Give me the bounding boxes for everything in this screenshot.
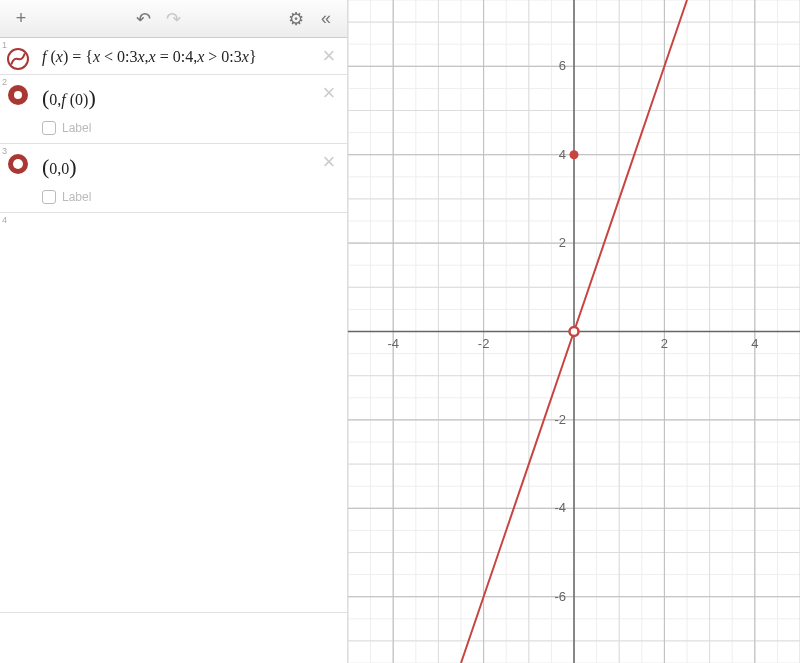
formula-text[interactable]: (0,0) bbox=[42, 154, 323, 180]
close-icon: × bbox=[323, 80, 336, 106]
label-option-text: Label bbox=[62, 121, 91, 135]
row-index: 2 bbox=[2, 77, 7, 87]
undo-button[interactable]: ↶ bbox=[129, 4, 159, 34]
plus-icon: + bbox=[16, 8, 27, 29]
label-checkbox[interactable] bbox=[42, 190, 56, 204]
expression-body: (0,0) Label bbox=[36, 144, 347, 212]
expression-list: 1 f (x) = {x < 0:3x,x = 0:4,x > 0:3x} × bbox=[0, 38, 347, 663]
collapse-panel-button[interactable]: « bbox=[311, 4, 341, 34]
expression-row[interactable]: 2 (0,f (0)) Label × bbox=[0, 75, 347, 144]
svg-text:2: 2 bbox=[661, 336, 668, 351]
svg-text:2: 2 bbox=[559, 235, 566, 250]
row-index: 3 bbox=[2, 146, 7, 156]
svg-text:-2: -2 bbox=[554, 412, 566, 427]
chevron-left-icon: « bbox=[321, 8, 331, 29]
inner-ring bbox=[13, 159, 23, 169]
point-filled-icon[interactable] bbox=[8, 85, 28, 105]
curve-glyph bbox=[9, 48, 27, 70]
graph-svg: -4-224-6-4-2246 bbox=[348, 0, 800, 663]
svg-text:-4: -4 bbox=[554, 500, 566, 515]
row-options: Label bbox=[42, 190, 323, 204]
label-option-text: Label bbox=[62, 190, 91, 204]
undo-icon: ↶ bbox=[136, 8, 151, 30]
redo-button[interactable]: ↷ bbox=[159, 4, 189, 34]
formula-text[interactable]: f (x) = {x < 0:3x,x = 0:4,x > 0:3x} bbox=[42, 48, 323, 66]
app-root: + ↶ ↷ ⚙ « 1 f ( bbox=[0, 0, 800, 663]
close-icon: × bbox=[323, 43, 336, 69]
expression-body: f (x) = {x < 0:3x,x = 0:4,x > 0:3x} bbox=[36, 38, 347, 74]
close-icon: × bbox=[323, 149, 336, 175]
graph-viewport[interactable]: -4-224-6-4-2246 bbox=[348, 0, 800, 663]
expression-row[interactable]: 3 (0,0) Label × bbox=[0, 144, 347, 213]
settings-button[interactable]: ⚙ bbox=[281, 4, 311, 34]
expression-row[interactable]: 1 f (x) = {x < 0:3x,x = 0:4,x > 0:3x} × bbox=[0, 38, 347, 75]
expression-body: (0,f (0)) Label bbox=[36, 75, 347, 143]
label-checkbox[interactable] bbox=[42, 121, 56, 135]
function-curve-icon[interactable] bbox=[7, 48, 29, 70]
row-index: 1 bbox=[2, 40, 7, 50]
expression-panel: + ↶ ↷ ⚙ « 1 f ( bbox=[0, 0, 348, 663]
toolbar: + ↶ ↷ ⚙ « bbox=[0, 0, 347, 38]
svg-point-100 bbox=[570, 150, 579, 159]
add-expression-button[interactable]: + bbox=[6, 4, 36, 34]
svg-text:-6: -6 bbox=[554, 589, 566, 604]
point-open-icon[interactable] bbox=[8, 154, 28, 174]
formula-text[interactable]: (0,f (0)) bbox=[42, 85, 323, 111]
svg-text:4: 4 bbox=[751, 336, 758, 351]
delete-row-button[interactable]: × bbox=[317, 44, 341, 68]
svg-point-101 bbox=[570, 327, 579, 336]
row-index: 4 bbox=[2, 215, 7, 225]
row-options: Label bbox=[42, 121, 323, 135]
svg-text:-4: -4 bbox=[387, 336, 399, 351]
expression-row-empty[interactable]: 4 bbox=[0, 213, 347, 613]
delete-row-button[interactable]: × bbox=[317, 81, 341, 105]
svg-text:6: 6 bbox=[559, 58, 566, 73]
gear-icon: ⚙ bbox=[288, 8, 304, 30]
delete-row-button[interactable]: × bbox=[317, 150, 341, 174]
redo-icon: ↷ bbox=[166, 8, 181, 30]
svg-text:-2: -2 bbox=[478, 336, 490, 351]
svg-text:4: 4 bbox=[559, 147, 566, 162]
